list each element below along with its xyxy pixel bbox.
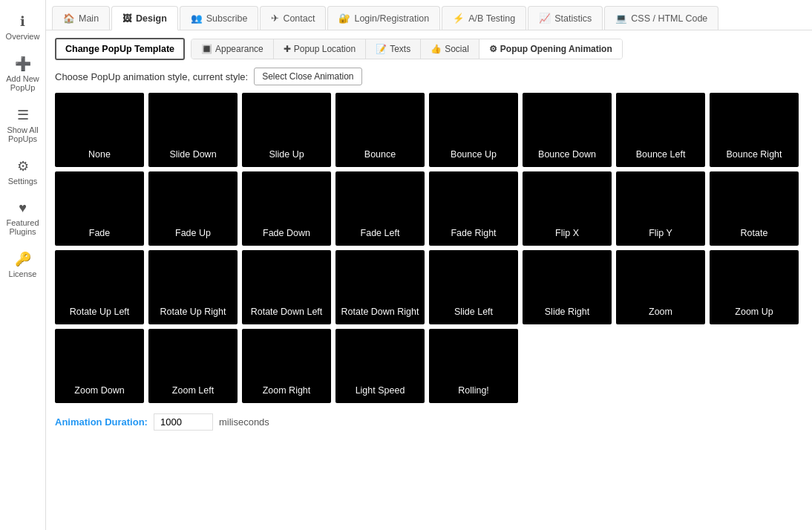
anim-cell-slide-right[interactable]: Slide Right xyxy=(523,250,612,324)
statistics-icon: 📈 xyxy=(539,13,551,24)
sub-tab-texts[interactable]: 📝Texts xyxy=(366,39,421,59)
social-label: Social xyxy=(445,44,469,54)
anim-cell-none[interactable]: None xyxy=(55,93,144,167)
anim-row-2: Rotate Up LeftRotate Up RightRotate Down… xyxy=(55,250,803,324)
anim-cell-bounce[interactable]: Bounce xyxy=(335,93,425,167)
statistics-label: Statistics xyxy=(554,13,592,24)
anim-row-0: NoneSlide DownSlide UpBounceBounce UpBou… xyxy=(55,93,803,167)
anim-label-text: Choose PopUp animation style, current st… xyxy=(55,71,248,82)
sidebar-item-featured-plugins[interactable]: ♥Featured Plugins xyxy=(0,194,45,242)
anim-cell-fade-down[interactable]: Fade Down xyxy=(242,171,331,246)
overview-icon: ℹ xyxy=(20,13,25,30)
anim-cell-fade-left[interactable]: Fade Left xyxy=(335,171,425,246)
anim-label-row: Choose PopUp animation style, current st… xyxy=(55,68,803,85)
sub-tabs: 🔳Appearance✚Popup Location📝Texts👍Social⚙… xyxy=(191,39,623,59)
anim-cell-rotate-up-right[interactable]: Rotate Up Right xyxy=(148,250,238,324)
anim-cell-flip-y[interactable]: Flip Y xyxy=(616,171,705,246)
contact-label: Contact xyxy=(283,13,315,24)
top-tab-statistics[interactable]: 📈Statistics xyxy=(528,6,603,30)
anim-cell-zoom-right[interactable]: Zoom Right xyxy=(242,329,331,403)
anim-cell-bounce-up[interactable]: Bounce Up xyxy=(429,93,518,167)
subscribe-label: Subscribe xyxy=(206,13,248,24)
sub-tab-popup-location[interactable]: ✚Popup Location xyxy=(274,39,366,59)
sidebar-item-show-all-popups[interactable]: ☰Show All PopUps xyxy=(0,101,45,149)
popup-opening-animation-label: Popup Opening Animation xyxy=(500,44,612,54)
appearance-label: Appearance xyxy=(215,44,263,54)
sidebar-item-settings[interactable]: ⚙Settings xyxy=(0,152,45,192)
top-tab-contact[interactable]: ✈Contact xyxy=(260,6,326,30)
add-new-popup-icon: ➕ xyxy=(15,56,31,72)
popup-location-label: Popup Location xyxy=(294,44,356,54)
sub-tab-popup-opening-animation[interactable]: ⚙Popup Opening Animation xyxy=(479,39,622,59)
sidebar-item-license[interactable]: 🔑License xyxy=(0,245,45,284)
change-template-button[interactable]: Change PopUp Template xyxy=(55,38,185,60)
anim-cell-slide-left[interactable]: Slide Left xyxy=(429,250,518,324)
anim-row-3: Zoom DownZoom LeftZoom RightLight SpeedR… xyxy=(55,329,803,403)
popup-opening-animation-icon: ⚙ xyxy=(489,44,497,54)
anim-cell-rolling[interactable]: Rolling! xyxy=(429,329,518,403)
sub-tab-social[interactable]: 👍Social xyxy=(421,39,479,59)
top-tab-css-html[interactable]: 💻CSS / HTML Code xyxy=(604,6,718,30)
design-label: Design xyxy=(136,13,167,24)
main-icon: 🏠 xyxy=(63,13,75,24)
show-all-popups-label: Show All PopUps xyxy=(3,125,42,143)
css-html-icon: 💻 xyxy=(615,13,627,24)
settings-label: Settings xyxy=(8,177,38,186)
anim-cell-slide-up[interactable]: Slide Up xyxy=(242,93,331,167)
anim-cell-rotate-down-left[interactable]: Rotate Down Left xyxy=(242,250,331,324)
duration-unit: miliseconds xyxy=(219,416,269,428)
settings-icon: ⚙ xyxy=(17,158,29,174)
anim-cell-rotate-up-left[interactable]: Rotate Up Left xyxy=(55,250,144,324)
anim-cell-light-speed[interactable]: Light Speed xyxy=(335,329,425,403)
anim-cell-zoom[interactable]: Zoom xyxy=(616,250,705,324)
sidebar-item-overview[interactable]: ℹOverview xyxy=(0,7,45,47)
license-icon: 🔑 xyxy=(15,251,31,267)
contact-icon: ✈ xyxy=(271,13,279,24)
select-close-button[interactable]: Select Close Animation xyxy=(254,68,361,85)
anim-cell-slide-down[interactable]: Slide Down xyxy=(148,93,238,167)
sidebar-item-add-new-popup[interactable]: ➕Add New PopUp xyxy=(0,50,45,98)
anim-cell-fade[interactable]: Fade xyxy=(55,171,144,246)
popup-location-icon: ✚ xyxy=(284,44,291,54)
duration-label: Animation Duration: xyxy=(55,416,148,428)
featured-plugins-label: Featured Plugins xyxy=(3,218,42,236)
sidebar: ℹOverview➕Add New PopUp☰Show All PopUps⚙… xyxy=(0,0,46,530)
sub-tab-appearance[interactable]: 🔳Appearance xyxy=(191,39,274,59)
ab-testing-label: A/B Testing xyxy=(468,13,515,24)
overview-label: Overview xyxy=(6,32,40,41)
design-icon: 🖼 xyxy=(122,13,132,24)
anim-cell-bounce-right[interactable]: Bounce Right xyxy=(710,93,799,167)
show-all-popups-icon: ☰ xyxy=(17,107,29,123)
top-tab-design[interactable]: 🖼Design xyxy=(111,6,178,30)
featured-plugins-icon: ♥ xyxy=(19,200,27,216)
texts-icon: 📝 xyxy=(376,44,387,54)
anim-cell-rotate-down-right[interactable]: Rotate Down Right xyxy=(335,250,425,324)
anim-cell-zoom-up[interactable]: Zoom Up xyxy=(710,250,799,324)
top-tabs: 🏠Main🖼Design👥Subscribe✈Contact🔐Login/Reg… xyxy=(46,0,812,30)
top-tab-subscribe[interactable]: 👥Subscribe xyxy=(180,6,259,30)
license-label: License xyxy=(9,269,37,278)
login-registration-label: Login/Registration xyxy=(354,13,429,24)
main-content: 🏠Main🖼Design👥Subscribe✈Contact🔐Login/Reg… xyxy=(46,0,812,530)
anim-cell-flip-x[interactable]: Flip X xyxy=(523,171,612,246)
top-tab-login-registration[interactable]: 🔐Login/Registration xyxy=(327,6,440,30)
animation-grid: NoneSlide DownSlide UpBounceBounce UpBou… xyxy=(55,93,803,403)
anim-cell-zoom-left[interactable]: Zoom Left xyxy=(148,329,238,403)
top-tab-main[interactable]: 🏠Main xyxy=(52,6,110,30)
anim-cell-bounce-down[interactable]: Bounce Down xyxy=(523,93,612,167)
anim-cell-fade-up[interactable]: Fade Up xyxy=(148,171,238,246)
anim-cell-fade-right[interactable]: Fade Right xyxy=(429,171,518,246)
main-label: Main xyxy=(79,13,99,24)
css-html-label: CSS / HTML Code xyxy=(631,13,707,24)
anim-cell-zoom-down[interactable]: Zoom Down xyxy=(55,329,144,403)
duration-input[interactable] xyxy=(154,413,213,431)
texts-label: Texts xyxy=(390,44,410,54)
anim-cell-bounce-left[interactable]: Bounce Left xyxy=(616,93,705,167)
ab-testing-icon: ⚡ xyxy=(453,13,465,24)
anim-cell-rotate[interactable]: Rotate xyxy=(710,171,799,246)
top-tab-ab-testing[interactable]: ⚡A/B Testing xyxy=(442,6,526,30)
sub-tabs-row: Change PopUp Template 🔳Appearance✚Popup … xyxy=(55,38,803,60)
subscribe-icon: 👥 xyxy=(191,13,203,24)
add-new-popup-label: Add New PopUp xyxy=(3,74,42,92)
duration-row: Animation Duration: miliseconds xyxy=(55,410,803,431)
